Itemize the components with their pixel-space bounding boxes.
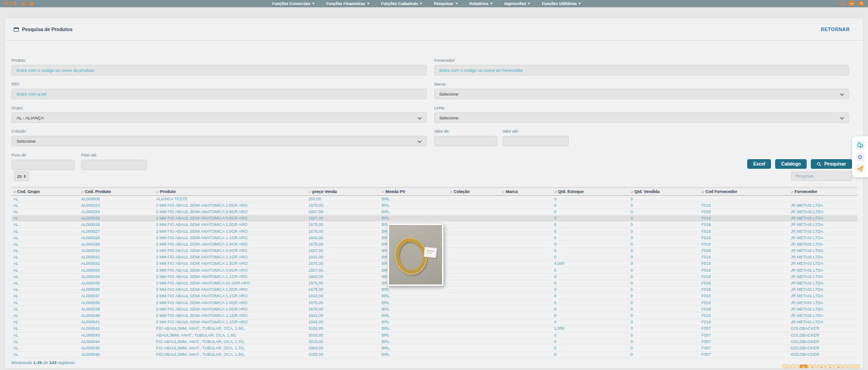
col-qtd-estoque[interactable]: ↓↑Qtd. Estoque: [552, 188, 629, 196]
return-button[interactable]: RETORNAR: [821, 27, 850, 32]
table-filter-input[interactable]: [791, 172, 852, 181]
excel-button[interactable]: Excel: [747, 159, 771, 169]
fornecedor-input[interactable]: [434, 65, 849, 75]
cell-marca: [500, 312, 552, 319]
cell-cod-fornecedor: F018: [700, 209, 789, 215]
product-code-link[interactable]: AL000043: [79, 332, 154, 338]
page-button-3[interactable]: 3: [817, 365, 825, 369]
table-row[interactable]: AL AL000042 FIO ABAUL3MM, ANAT., TUBULAR…: [11, 325, 857, 332]
col-cod-grupo[interactable]: ↓↑Cod. Grupo: [11, 188, 79, 196]
gear-icon[interactable]: ⚙: [856, 152, 865, 161]
product-code-link[interactable]: AL000035: [79, 280, 154, 286]
colecao-select[interactable]: Selecione: [11, 136, 427, 146]
cell-cod-grupo: AL: [11, 351, 79, 358]
col-produto[interactable]: ↓↑Produto: [154, 188, 307, 196]
product-code-link[interactable]: AL000009: [79, 196, 154, 202]
catalogo-button[interactable]: Catalogo: [775, 159, 807, 169]
col-preco-venda[interactable]: ↓↑preço Venda: [307, 188, 380, 196]
table-row[interactable]: AL AL000036 2 MM FIO ABAUL SEMI ANATOMIC…: [11, 286, 857, 293]
product-code-link[interactable]: AL000041: [79, 319, 154, 325]
table-row[interactable]: AL AL000046 FIO ABAUL3MM, ANAT., TUBULAR…: [11, 351, 857, 358]
table-row[interactable]: AL AL000024 2 MM FIO ABAUL SEMI ANATOMIC…: [11, 209, 857, 215]
cell-qtd-estoque: 0: [552, 235, 629, 241]
help-icon[interactable]: ?: [858, 0, 864, 6]
product-code-link[interactable]: AL000037: [79, 293, 154, 299]
cell-qtd-vendida: 0: [629, 345, 700, 351]
table-row[interactable]: AL AL000041 2 MM FIO ABAUL SEMI ANATOMIC…: [11, 319, 857, 325]
col-cod-produto[interactable]: ↓↑Cod. Produto: [79, 188, 154, 196]
product-code-link[interactable]: AL000024: [79, 209, 154, 215]
grupo-select[interactable]: AL - ALIANÇA: [11, 113, 427, 123]
menu-relatorios[interactable]: Relatórios: [469, 1, 493, 6]
product-code-link[interactable]: AL000032: [79, 260, 154, 267]
peso-ate-input[interactable]: [81, 160, 147, 170]
user-icon[interactable]: [21, 1, 26, 6]
table-row[interactable]: AL AL000037 2 MM FIO ABAUL SEMI ANATOMIC…: [11, 293, 857, 299]
product-code-link[interactable]: AL000028: [79, 235, 154, 241]
cell-colecao: [448, 280, 500, 286]
peso-de-input[interactable]: [11, 160, 75, 170]
product-code-link[interactable]: AL000034: [79, 273, 154, 280]
menu-impressoes[interactable]: Impressões: [504, 1, 530, 6]
col-cod-fornecedor[interactable]: ↓↑Cod Fornecedor: [700, 188, 789, 196]
col-fornecedor[interactable]: ↓↑Fornecedor: [789, 188, 857, 196]
product-code-link[interactable]: AL000046: [79, 351, 154, 358]
col-marca[interactable]: ↓↑Marca: [500, 188, 552, 196]
product-code-link[interactable]: AL000039: [79, 306, 154, 312]
page-button-5[interactable]: 5: [835, 365, 842, 369]
table-row[interactable]: AL AL000038 2 MM FIO ABAUL SEMI ANATOMIC…: [11, 300, 857, 306]
page-button-2[interactable]: 2: [809, 365, 816, 369]
col-colecao[interactable]: ↓↑Coleção: [448, 188, 500, 196]
table-row[interactable]: AL AL000040 2 MM FIO ABAUL SEMI ANATOMIC…: [11, 312, 857, 319]
product-code-link[interactable]: AL000026: [79, 221, 154, 228]
whatsapp-icon[interactable]: [839, 0, 845, 6]
valor-de-input[interactable]: [434, 136, 497, 146]
product-code-link[interactable]: AL000030: [79, 247, 154, 254]
table-row[interactable]: AL AL000039 2 MM FIO ABAUL SEMI ANATOMIC…: [11, 306, 857, 312]
prev-page-button[interactable]: ‹: [791, 365, 799, 369]
drop-icon[interactable]: [856, 140, 865, 150]
table-row[interactable]: AL AL000009 ALIANCA TESTE 250,00 BRL 0 0: [11, 196, 857, 202]
product-code-link[interactable]: AL000029: [79, 241, 154, 247]
first-page-button[interactable]: «: [782, 365, 790, 369]
menu-pesquisas[interactable]: Pesquisas: [434, 1, 458, 6]
table-row[interactable]: AL AL000043 ABAUL3MM, ANAT., TUBULAR, OC…: [11, 332, 857, 338]
menu-funcoes-cadastrais[interactable]: Funções Cadastrais: [381, 1, 423, 6]
product-code-link[interactable]: AL000044: [79, 338, 154, 345]
ref-input[interactable]: [11, 89, 427, 99]
chat-icon[interactable]: [849, 0, 855, 6]
product-code-link[interactable]: AL000042: [79, 325, 154, 332]
menu-funcoes-comerciais[interactable]: Funções Comerciais: [272, 1, 315, 6]
send-icon[interactable]: [856, 164, 865, 173]
product-code-link[interactable]: AL000038: [79, 300, 154, 306]
marca-select[interactable]: Selecione: [434, 89, 849, 99]
page-button-1[interactable]: 1: [800, 365, 808, 369]
page-size-select[interactable]: 25: [14, 171, 29, 181]
col-moeda-pv[interactable]: ↓↑Moeda PV: [380, 188, 448, 196]
product-code-link[interactable]: AL000027: [79, 228, 154, 234]
product-code-link[interactable]: AL000025: [79, 215, 154, 221]
col-qtd-vendida[interactable]: ↓↑Qtd. Vendida: [629, 188, 700, 196]
menu-funcoes-financeiras[interactable]: Funções Financeiras: [326, 1, 370, 6]
menu-funcoes-utilitarias[interactable]: Funções Utilitárias: [542, 1, 581, 6]
table-row[interactable]: AL AL000023 2 MM FIO ABAUL SEMI ANATOMIC…: [11, 202, 857, 209]
product-code-link[interactable]: AL000040: [79, 312, 154, 319]
product-code-link[interactable]: AL000033: [79, 267, 154, 273]
product-code-link[interactable]: AL000036: [79, 286, 154, 293]
product-code-link[interactable]: AL000045: [79, 345, 154, 351]
product-code-link[interactable]: AL000023: [79, 202, 154, 209]
sort-icon: ↓↑: [308, 190, 311, 194]
page-button-4[interactable]: 4: [826, 365, 834, 369]
next-page-button[interactable]: ›: [843, 365, 851, 369]
table-row[interactable]: AL AL000025 2 MM FIO ABAUL SEMI ANATOMIC…: [11, 215, 857, 221]
last-page-button[interactable]: »: [852, 365, 860, 369]
linha-select[interactable]: Selecione: [434, 113, 849, 123]
table-row[interactable]: AL AL000045 FIO ABAUL3MM, ANAT., TUBULAR…: [11, 345, 857, 351]
pesquisar-button[interactable]: Pesquisar: [811, 159, 852, 169]
table-row[interactable]: AL AL000044 FIO ABAUL3MM, ANAT., TUBULAR…: [11, 338, 857, 345]
product-code-link[interactable]: AL000031: [79, 254, 154, 260]
cell-moeda-pv: BRL: [380, 202, 448, 209]
valor-ate-input[interactable]: [502, 136, 569, 146]
produto-input[interactable]: [11, 65, 427, 75]
lock-icon[interactable]: [29, 1, 34, 6]
